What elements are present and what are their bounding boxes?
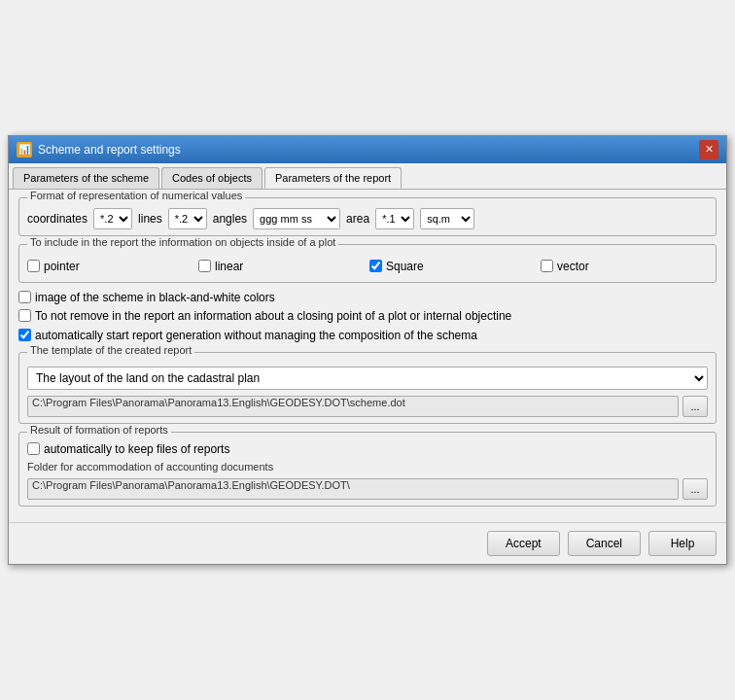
coordinates-label: coordinates <box>27 212 88 226</box>
format-row: coordinates *.2 *.1 *.3 lines *.2 *.1 *.… <box>27 208 708 229</box>
linear-checkbox[interactable] <box>198 260 211 272</box>
template-group-title: The template of the created report <box>27 344 194 356</box>
tab-parameters-scheme[interactable]: Parameters of the scheme <box>13 167 159 189</box>
vector-checkbox[interactable] <box>541 260 553 272</box>
linear-label[interactable]: linear <box>215 260 243 273</box>
not-remove-row: To not remove in the report an informati… <box>18 309 717 325</box>
coordinates-select[interactable]: *.2 *.1 *.3 <box>93 208 132 229</box>
keep-files-label[interactable]: automatically to keep files of reports <box>44 442 229 458</box>
keep-files-row: automatically to keep files of reports <box>27 442 708 458</box>
template-file-row: C:\Program Files\Panorama\Panorama13.Eng… <box>27 396 708 417</box>
folder-label: Folder for accommodation of accounting d… <box>27 461 708 472</box>
accept-button[interactable]: Accept <box>487 531 560 556</box>
app-icon: 📊 <box>17 142 32 158</box>
tab-parameters-report[interactable]: Parameters of the report <box>264 167 402 189</box>
window-title: Scheme and report settings <box>38 143 181 157</box>
result-group-title: Result of formation of reports <box>27 424 171 436</box>
template-dropdown[interactable]: The layout of the land on the cadastral … <box>27 367 708 390</box>
tab-bar: Parameters of the scheme Codes of object… <box>9 163 726 190</box>
title-bar: 📊 Scheme and report settings ✕ <box>9 136 726 163</box>
square-checkbox[interactable] <box>369 260 382 272</box>
include-group-title: To include in the report the information… <box>27 236 338 248</box>
square-checkbox-row: Square <box>369 260 537 273</box>
not-remove-label[interactable]: To not remove in the report an informati… <box>35 309 511 325</box>
bw-image-row: image of the scheme in black-and-white c… <box>18 291 717 306</box>
linear-checkbox-row: linear <box>198 260 366 273</box>
bw-image-checkbox[interactable] <box>18 291 31 303</box>
include-group: To include in the report the information… <box>18 244 717 283</box>
include-checkboxes: pointer linear Square vector <box>27 257 708 276</box>
template-file-path: C:\Program Files\Panorama\Panorama13.Eng… <box>27 396 679 417</box>
vector-label[interactable]: vector <box>557 260 589 273</box>
folder-file-row: C:\Program Files\Panorama\Panorama13.Eng… <box>27 478 708 500</box>
format-group-title: Format of representation of numerical va… <box>27 190 245 201</box>
lines-select[interactable]: *.2 *.1 *.3 <box>168 208 207 229</box>
folder-browse-button[interactable]: ... <box>682 478 708 500</box>
vector-checkbox-row: vector <box>541 260 708 273</box>
auto-start-checkbox[interactable] <box>18 329 31 341</box>
square-label[interactable]: Square <box>386 260 424 273</box>
bottom-bar: Accept Cancel Help <box>9 522 726 564</box>
main-window: 📊 Scheme and report settings ✕ Parameter… <box>8 135 727 565</box>
area-precision-select[interactable]: *.1 *.2 *.3 <box>375 208 414 229</box>
auto-start-label[interactable]: automatically start report generation wi… <box>35 329 477 344</box>
tab-codes-objects[interactable]: Codes of objects <box>161 167 262 189</box>
pointer-label[interactable]: pointer <box>44 260 80 273</box>
not-remove-checkbox[interactable] <box>18 309 31 322</box>
main-content: Format of representation of numerical va… <box>9 190 726 522</box>
template-group: The template of the created report The l… <box>18 352 717 424</box>
template-browse-button[interactable]: ... <box>682 396 708 417</box>
angles-label: angles <box>213 212 247 226</box>
angles-select[interactable]: ggg mm ss decimal radians <box>253 208 340 229</box>
format-group: Format of representation of numerical va… <box>18 197 717 236</box>
help-button[interactable]: Help <box>648 531 717 556</box>
cancel-button[interactable]: Cancel <box>568 531 641 556</box>
bw-image-label[interactable]: image of the scheme in black-and-white c… <box>35 291 275 306</box>
pointer-checkbox[interactable] <box>27 260 40 272</box>
folder-path: C:\Program Files\Panorama\Panorama13.Eng… <box>27 478 679 500</box>
pointer-checkbox-row: pointer <box>27 260 194 273</box>
area-label: area <box>346 212 369 226</box>
area-unit-select[interactable]: sq.m ha sq.km <box>420 208 474 229</box>
close-button[interactable]: ✕ <box>699 140 718 159</box>
lines-label: lines <box>138 212 162 226</box>
title-bar-left: 📊 Scheme and report settings <box>17 142 181 158</box>
keep-files-checkbox[interactable] <box>27 442 40 455</box>
result-group: Result of formation of reports automatic… <box>18 432 717 508</box>
auto-start-row: automatically start report generation wi… <box>18 329 717 344</box>
